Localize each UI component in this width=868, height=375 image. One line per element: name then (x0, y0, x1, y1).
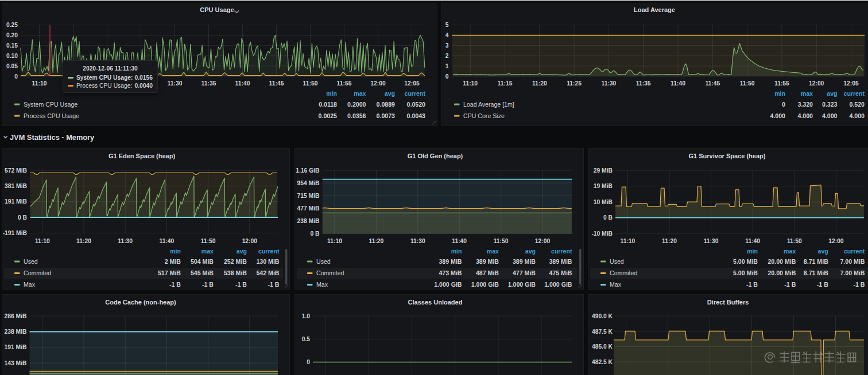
svg-text:Max: Max (316, 281, 328, 288)
svg-text:11:35: 11:35 (202, 80, 216, 87)
svg-text:11:55: 11:55 (774, 80, 789, 87)
svg-text:12:05: 12:05 (404, 80, 420, 87)
svg-text:Used: Used (610, 258, 624, 265)
svg-text:11:50: 11:50 (494, 238, 509, 244)
svg-text:Commited: Commited (316, 269, 344, 276)
svg-text:0.0520: 0.0520 (407, 101, 426, 108)
svg-text:max: max (784, 248, 796, 255)
svg-text:0.5: 0.5 (302, 336, 311, 342)
svg-text:0 B: 0 B (603, 214, 613, 221)
svg-text:0.0118: 0.0118 (319, 101, 337, 108)
svg-text:11:40: 11:40 (671, 80, 685, 87)
svg-text:8.71 MiB: 8.71 MiB (804, 269, 828, 276)
svg-text:Max: Max (610, 281, 622, 288)
svg-text:avg: avg (237, 248, 247, 255)
svg-text:5.00 MiB: 5.00 MiB (733, 269, 758, 276)
svg-text:0.2000: 0.2000 (347, 101, 366, 108)
svg-text:477 MiB: 477 MiB (513, 269, 536, 276)
svg-text:Code Cache (non-heap): Code Cache (non-heap) (105, 299, 176, 306)
svg-text:Used: Used (24, 258, 38, 265)
svg-text:0.0356: 0.0356 (347, 112, 366, 119)
svg-text:avg: avg (827, 90, 837, 97)
svg-text:0.0073: 0.0073 (377, 112, 396, 119)
svg-text:-1 B: -1 B (235, 281, 247, 288)
svg-text:11:20: 11:20 (532, 80, 547, 87)
svg-text:min: min (747, 248, 758, 255)
svg-text:11:25: 11:25 (567, 80, 582, 87)
svg-text:12:05: 12:05 (843, 80, 859, 87)
svg-text:11:40: 11:40 (745, 238, 760, 244)
svg-text:542 MiB: 542 MiB (256, 269, 279, 276)
svg-text:20.00 MiB: 20.00 MiB (768, 269, 796, 276)
svg-text:0.25: 0.25 (6, 22, 18, 28)
svg-text:2: 2 (445, 53, 449, 59)
svg-text:4.000: 4.000 (822, 112, 838, 119)
svg-text:-1 B: -1 B (268, 281, 279, 288)
svg-text:3.320: 3.320 (797, 101, 813, 108)
svg-text:0.0043: 0.0043 (407, 112, 426, 119)
svg-text:11:20: 11:20 (76, 238, 91, 244)
svg-text:1.000 GiB: 1.000 GiB (508, 281, 536, 288)
svg-text:11:40: 11:40 (452, 238, 467, 244)
svg-text:504 MiB: 504 MiB (191, 258, 214, 265)
svg-text:Load Average: Load Average (634, 6, 675, 13)
svg-text:473 MiB: 473 MiB (439, 269, 462, 276)
svg-text:Load Average [1m]: Load Average [1m] (463, 101, 514, 108)
svg-text:0.323: 0.323 (822, 101, 838, 108)
svg-text:11:50: 11:50 (787, 238, 802, 244)
svg-text:3: 3 (445, 42, 449, 49)
svg-text:11:30: 11:30 (118, 238, 133, 244)
svg-text:715 MiB: 715 MiB (297, 193, 320, 199)
svg-text:1.000 GiB: 1.000 GiB (544, 281, 572, 288)
svg-text:238 MiB: 238 MiB (5, 329, 27, 335)
svg-text:0: 0 (307, 359, 310, 365)
svg-text:389 MiB: 389 MiB (439, 258, 462, 265)
svg-text:avg: avg (818, 248, 828, 255)
svg-text:avg: avg (525, 248, 536, 255)
svg-text:572 MiB: 572 MiB (5, 167, 27, 174)
svg-text:0.05: 0.05 (6, 63, 18, 69)
svg-text:current: current (258, 248, 280, 255)
svg-text:11:30: 11:30 (704, 238, 719, 244)
svg-text:130 MiB: 130 MiB (256, 258, 279, 265)
svg-text:-1 B: -1 B (746, 281, 758, 288)
svg-text:477 MiB: 477 MiB (297, 205, 320, 212)
svg-text:7.00 MiB: 7.00 MiB (840, 269, 865, 276)
svg-text:1.000 GiB: 1.000 GiB (471, 281, 499, 288)
svg-text:Classes Unloaded: Classes Unloaded (408, 299, 463, 306)
svg-text:11:50: 11:50 (201, 238, 216, 244)
svg-text:11:50: 11:50 (740, 80, 755, 87)
svg-text:143 MiB: 143 MiB (5, 360, 27, 366)
svg-text:11:35: 11:35 (636, 80, 651, 87)
svg-text:current: current (844, 248, 865, 255)
svg-text:11:40: 11:40 (160, 238, 175, 244)
svg-text:11:20: 11:20 (369, 238, 384, 244)
svg-text:191 MiB: 191 MiB (5, 198, 27, 205)
svg-text:4.000: 4.000 (770, 112, 785, 119)
svg-text:CPU Usage: CPU Usage (200, 6, 234, 13)
svg-text:12:00: 12:00 (242, 238, 258, 244)
svg-text:-1 B: -1 B (817, 281, 828, 288)
svg-text:current: current (844, 90, 865, 97)
svg-text:286 MiB: 286 MiB (5, 313, 27, 319)
svg-text:0.10: 0.10 (6, 53, 18, 59)
svg-text:0: 0 (782, 101, 785, 108)
svg-text:11:10: 11:10 (463, 80, 478, 87)
svg-text:Process CPU Usage: Process CPU Usage (24, 112, 79, 119)
svg-text:11:30: 11:30 (410, 238, 425, 244)
svg-text:11:20: 11:20 (662, 238, 677, 244)
svg-text:-191 MiB: -191 MiB (3, 230, 27, 236)
svg-text:12:00: 12:00 (370, 80, 386, 87)
svg-text:11:10: 11:10 (327, 238, 342, 244)
svg-text:-10 MiB: -10 MiB (591, 231, 613, 237)
svg-text:Max: Max (24, 281, 36, 288)
svg-text:11:45: 11:45 (269, 80, 284, 87)
svg-text:389 MiB: 389 MiB (476, 258, 499, 265)
svg-text:-1 B: -1 B (169, 281, 181, 288)
svg-text:Used: Used (316, 258, 331, 265)
svg-text:11:10: 11:10 (32, 80, 47, 87)
svg-text:11:40: 11:40 (235, 80, 250, 87)
svg-text:545 MiB: 545 MiB (191, 269, 214, 276)
svg-text:252 MiB: 252 MiB (224, 258, 247, 265)
svg-text:0.0025: 0.0025 (319, 112, 338, 119)
